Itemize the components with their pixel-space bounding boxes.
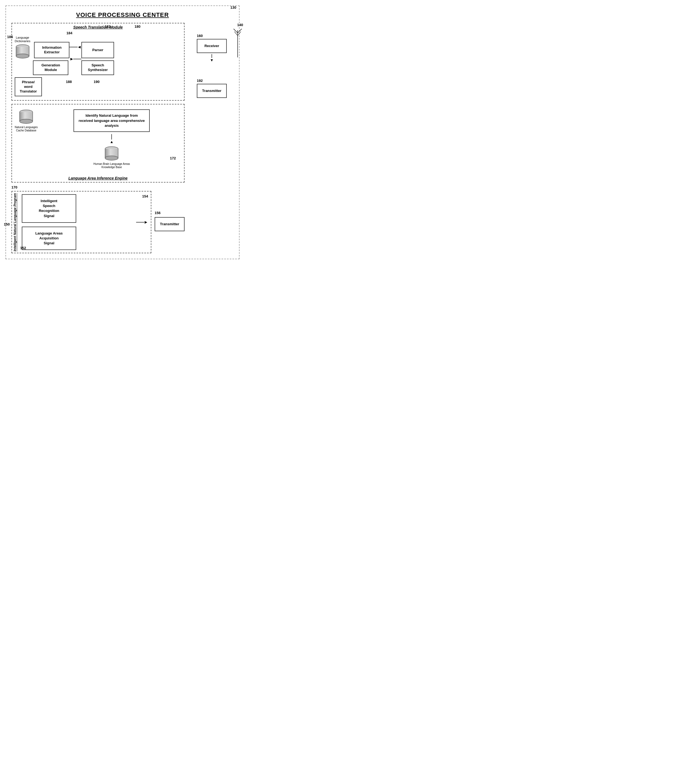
information-extractor-box: InformationExtractor bbox=[34, 42, 69, 58]
speech-translation-module: Speech Translation Module 180 182 184 18… bbox=[11, 23, 184, 101]
outer-container: 130 VOICE PROCESSING CENTER Speech Trans… bbox=[5, 5, 240, 259]
ref-152: 152 bbox=[20, 246, 26, 250]
bottom-transmitter-box: Transmitter bbox=[155, 217, 184, 231]
parser-box: Parser bbox=[82, 42, 114, 58]
human-brain-kb-cylinder-icon bbox=[104, 146, 119, 161]
ref-160-label: 160 bbox=[197, 34, 203, 38]
language-dictionaries: LanguageDictionaries bbox=[15, 35, 30, 59]
svg-point-4 bbox=[16, 54, 29, 58]
bottom-transmitter-area: 156 Transmitter bbox=[155, 191, 184, 253]
human-brain-kb: Human Brain Language AreasKnowledge Base bbox=[93, 146, 130, 169]
antenna-icon bbox=[232, 27, 243, 60]
ref-170: 170 bbox=[11, 185, 184, 189]
ref-186: 186 bbox=[7, 35, 13, 39]
ref-188: 188 bbox=[66, 80, 72, 84]
ref-184: 184 bbox=[66, 31, 72, 35]
ref-180: 180 bbox=[135, 24, 141, 29]
top-transmitter-box: Transmitter bbox=[197, 84, 227, 98]
inference-module-label: Language Area Inference Engine bbox=[68, 176, 127, 180]
generation-module-box: GenerationModule bbox=[33, 61, 68, 75]
phrase-word-translator-box: Phrase/wordTranslator bbox=[15, 77, 42, 97]
ref-154: 154 bbox=[142, 194, 148, 198]
ref-190: 190 bbox=[94, 80, 99, 84]
natural-lang-cache-cylinder-icon bbox=[19, 109, 34, 125]
svg-line-17 bbox=[238, 29, 242, 33]
language-dict-cylinder-icon bbox=[15, 44, 30, 59]
svg-point-9 bbox=[19, 119, 33, 123]
intelligent-nl-label: Intelligent Natural Language Program bbox=[13, 193, 17, 251]
intelligent-nl-module: Intelligent Natural Language Program 150… bbox=[11, 191, 151, 253]
ref-130: 130 bbox=[230, 5, 236, 10]
svg-line-16 bbox=[234, 29, 238, 33]
bottom-section: Intelligent Natural Language Program 150… bbox=[11, 191, 184, 253]
ref-140-label: 140 bbox=[232, 23, 243, 27]
ref-182: 182 bbox=[104, 24, 111, 29]
svg-point-14 bbox=[105, 156, 118, 160]
antenna-area: 140 bbox=[232, 23, 243, 61]
ref-156: 156 bbox=[155, 211, 160, 215]
identify-nl-box: Identify Natural Language from received … bbox=[74, 109, 150, 132]
ref-192-label: 192 bbox=[197, 78, 203, 83]
intelligent-speech-box: IntelligentSpeechRecognitionSignal bbox=[22, 194, 76, 223]
main-title: VOICE PROCESSING CENTER bbox=[11, 11, 234, 19]
speech-synthesizer-box: SpeechSynthesizer bbox=[82, 61, 114, 75]
ref-150: 150 bbox=[4, 222, 10, 226]
natural-languages-cache: Natural LanguagesCache Database bbox=[15, 109, 38, 132]
inference-module: Language Area Inference Engine 172 bbox=[11, 104, 184, 182]
receiver-box: Receiver bbox=[197, 39, 227, 53]
speech-module-label: Speech Translation Module bbox=[73, 25, 123, 29]
language-areas-box: Language AreasAcquisitionSignal bbox=[22, 227, 76, 250]
ref-172: 172 bbox=[170, 156, 176, 160]
